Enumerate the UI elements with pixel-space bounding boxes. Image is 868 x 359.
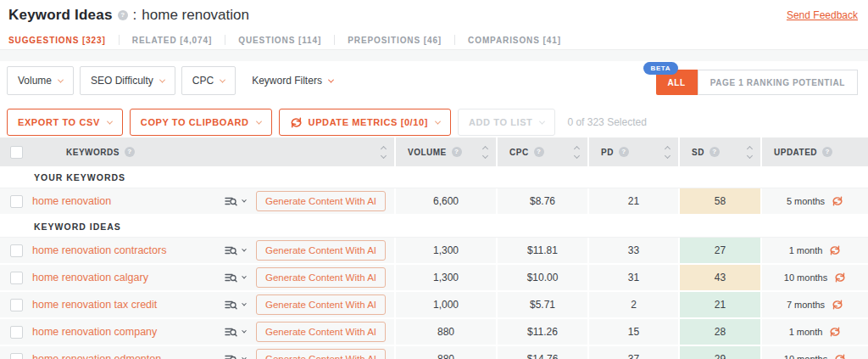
updated-value: 5 months bbox=[787, 196, 825, 206]
refresh-icon[interactable] bbox=[832, 196, 843, 206]
search-list-dropdown[interactable] bbox=[225, 196, 246, 207]
table-row: home renovation edmonton Generate Conten… bbox=[0, 346, 868, 359]
search-query: home renovation bbox=[142, 7, 249, 24]
pd-value: 33 bbox=[587, 238, 678, 263]
row-checkbox[interactable] bbox=[10, 326, 23, 339]
title-wrap: Keyword Ideas ? : home renovation bbox=[8, 7, 249, 24]
keyword-cell: home renovation Generate Content With AI bbox=[32, 188, 394, 214]
update-metrics-button[interactable]: UPDATE METRICS [0/10] bbox=[279, 109, 451, 136]
cpc-value: $11.81 bbox=[496, 238, 587, 263]
volume-value: 1,300 bbox=[394, 238, 496, 263]
row-checkbox[interactable] bbox=[10, 244, 23, 257]
tab-related[interactable]: RELATED [4,074] bbox=[132, 36, 212, 45]
header-keywords-label-wrap: KEYWORDS ? bbox=[34, 147, 135, 157]
refresh-icon[interactable] bbox=[829, 327, 841, 337]
search-list-icon bbox=[225, 354, 237, 359]
keyword-link[interactable]: home renovation contractors bbox=[32, 244, 225, 256]
updated-value: 10 months bbox=[784, 272, 827, 283]
copy-to-clipboard-button[interactable]: COPY TO CLIPBOARD bbox=[130, 109, 272, 136]
tab-suggestions[interactable]: SUGGESTIONS [323] bbox=[8, 36, 106, 45]
chevron-down-icon bbox=[242, 301, 247, 306]
keyword-cell: home renovation edmonton Generate Conten… bbox=[32, 346, 394, 359]
search-list-dropdown[interactable] bbox=[225, 245, 246, 256]
info-icon[interactable]: ? bbox=[709, 147, 720, 157]
refresh-icon[interactable] bbox=[834, 354, 846, 359]
generate-content-ai-button[interactable]: Generate Content With AI bbox=[256, 191, 386, 211]
generate-content-ai-button[interactable]: Generate Content With AI bbox=[256, 240, 386, 261]
header-updated-label-wrap: UPDATED ? bbox=[774, 147, 832, 157]
chevron-down-icon bbox=[220, 76, 225, 82]
cpc-filter-dropdown[interactable]: CPC bbox=[181, 66, 236, 95]
topbar: Keyword Ideas ? : home renovation Send F… bbox=[0, 0, 868, 31]
tab-questions[interactable]: QUESTIONS [114] bbox=[238, 36, 321, 45]
refresh-icon[interactable] bbox=[832, 300, 843, 310]
selected-count: 0 of 323 Selected bbox=[567, 116, 646, 128]
header-volume[interactable]: VOLUME ? bbox=[394, 137, 496, 166]
tab-prepositions[interactable]: PREPOSITIONS [46] bbox=[348, 36, 442, 45]
generate-content-ai-button[interactable]: Generate Content With AI bbox=[256, 349, 386, 359]
filterbar: Volume SEO Difficulty CPC Keyword Filter… bbox=[0, 61, 868, 100]
search-list-dropdown[interactable] bbox=[225, 327, 246, 338]
info-icon[interactable]: ? bbox=[822, 147, 832, 157]
keyword-link[interactable]: home renovation edmonton bbox=[32, 353, 225, 359]
row-checkbox[interactable] bbox=[10, 195, 23, 208]
generate-content-ai-button[interactable]: Generate Content With AI bbox=[256, 322, 386, 342]
seo-difficulty-filter-dropdown[interactable]: SEO Difficulty bbox=[80, 66, 175, 95]
add-to-list-button[interactable]: ADD TO LIST bbox=[458, 109, 555, 136]
info-icon[interactable]: ? bbox=[118, 10, 128, 20]
header-checkbox-cell bbox=[0, 137, 32, 166]
refresh-icon[interactable] bbox=[829, 245, 841, 255]
tab-divider bbox=[119, 35, 120, 45]
updated-cell: 1 month bbox=[760, 238, 868, 263]
keyword-link[interactable]: home renovation calgary bbox=[32, 272, 225, 283]
info-icon[interactable]: ? bbox=[125, 147, 135, 157]
search-list-dropdown[interactable] bbox=[225, 354, 246, 359]
header-keywords[interactable]: KEYWORDS ? bbox=[32, 137, 394, 166]
info-icon[interactable]: ? bbox=[452, 147, 462, 157]
search-list-dropdown[interactable] bbox=[225, 300, 246, 311]
keyword-link[interactable]: home renovation tax credit bbox=[32, 299, 225, 311]
sort-toggle-sd[interactable] bbox=[748, 147, 752, 158]
keyword-cell: home renovation calgary Generate Content… bbox=[32, 265, 394, 290]
sort-toggle-cpc[interactable] bbox=[575, 147, 579, 158]
search-list-dropdown[interactable] bbox=[225, 272, 246, 283]
select-all-checkbox[interactable] bbox=[10, 146, 23, 159]
keyword-link[interactable]: home renovation bbox=[32, 195, 225, 207]
export-label: EXPORT TO CSV bbox=[18, 117, 100, 127]
tab-comparisons[interactable]: COMPARISONS [41] bbox=[468, 36, 561, 45]
row-checkbox-cell bbox=[0, 188, 32, 214]
sort-toggle-volume[interactable] bbox=[483, 147, 487, 158]
section-your-keywords: YOUR KEYWORDS bbox=[0, 166, 868, 188]
updated-cell: 5 months bbox=[760, 188, 868, 214]
header-keywords-label: KEYWORDS bbox=[66, 148, 120, 157]
info-icon[interactable]: ? bbox=[619, 147, 629, 157]
row-checkbox[interactable] bbox=[10, 299, 23, 311]
generate-content-ai-button[interactable]: Generate Content With AI bbox=[256, 267, 386, 288]
header-cpc[interactable]: CPC ? bbox=[496, 137, 587, 166]
info-icon[interactable]: ? bbox=[534, 147, 544, 157]
send-feedback-link[interactable]: Send Feedback bbox=[787, 9, 858, 21]
header-pd-label-wrap: PD ? bbox=[601, 147, 629, 157]
export-to-csv-button[interactable]: EXPORT TO CSV bbox=[7, 109, 123, 136]
row-checkbox[interactable] bbox=[10, 272, 23, 284]
volume-filter-dropdown[interactable]: Volume bbox=[7, 66, 74, 95]
updated-cell: 10 months bbox=[760, 265, 868, 290]
keyword-filters-toggle[interactable]: Keyword Filters bbox=[252, 75, 333, 87]
refresh-icon[interactable] bbox=[834, 272, 846, 283]
add-to-list-label: ADD TO LIST bbox=[469, 117, 532, 127]
search-list-icon bbox=[225, 272, 237, 283]
keyword-link[interactable]: home renovation company bbox=[32, 326, 225, 338]
sort-toggle-keywords[interactable] bbox=[381, 147, 386, 158]
header-pd[interactable]: PD ? bbox=[587, 137, 678, 166]
header-sd[interactable]: SD ? bbox=[678, 137, 760, 166]
sort-toggle-pd[interactable] bbox=[665, 147, 670, 158]
header-sd-label: SD bbox=[692, 148, 704, 157]
row-checkbox[interactable] bbox=[10, 353, 23, 359]
volume-value: 1,000 bbox=[394, 292, 496, 317]
updated-value: 1 month bbox=[789, 245, 823, 255]
keyword-cell: home renovation tax credit Generate Cont… bbox=[32, 292, 394, 317]
generate-content-ai-button[interactable]: Generate Content With AI bbox=[256, 294, 386, 315]
table-row: home renovation Generate Content With AI… bbox=[0, 188, 868, 216]
toggle-page1-ranking-button[interactable]: PAGE 1 RANKING POTENTIAL bbox=[698, 70, 858, 95]
table-row: home renovation company Generate Content… bbox=[0, 319, 868, 346]
